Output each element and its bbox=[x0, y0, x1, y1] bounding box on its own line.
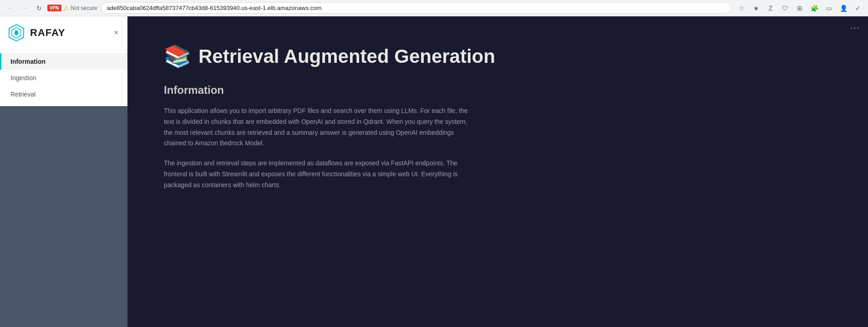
address-bar[interactable]: ade850caba0624dffa58737477cb43d8-6153939… bbox=[101, 2, 731, 14]
sidebar-item-retrieval[interactable]: Retrieval bbox=[0, 86, 127, 102]
logo-text: RAFAY bbox=[30, 27, 66, 39]
vpn-badge: VPN bbox=[47, 5, 61, 11]
extension-grid-icon[interactable]: ⊞ bbox=[793, 2, 806, 15]
section-title: Information bbox=[164, 84, 832, 97]
sidebar-item-information[interactable]: Information bbox=[0, 53, 127, 70]
sidebar-bottom-panel bbox=[0, 106, 127, 327]
browser-actions: ☆ ★ Z 🛡 ⊞ 🧩 ▭ 👤 ✓ bbox=[735, 2, 864, 15]
sidebar-nav: Information Ingestion Retrieval bbox=[0, 50, 127, 106]
forward-button[interactable]: → bbox=[18, 2, 31, 15]
sidebar-header: RAFAY × bbox=[0, 16, 127, 50]
profile-icon[interactable]: 👤 bbox=[837, 2, 850, 15]
extension-shield-icon[interactable]: 🛡 bbox=[779, 2, 792, 15]
browser-chrome: ← → ↻ VPN ⚠ Not secure ade850caba0624dff… bbox=[0, 0, 868, 16]
close-sidebar-button[interactable]: × bbox=[112, 27, 120, 39]
extension-z-icon[interactable]: Z bbox=[764, 2, 777, 15]
stack-books-icon: 📚 bbox=[164, 44, 191, 69]
url-text: ade850caba0624dffa58737477cb43d8-6153939… bbox=[107, 5, 322, 11]
extension-puzzle-icon[interactable]: 🧩 bbox=[808, 2, 821, 15]
reload-button[interactable]: ↻ bbox=[33, 2, 46, 15]
security-check-icon[interactable]: ✓ bbox=[852, 2, 864, 15]
nav-buttons: ← → ↻ VPN ⚠ Not secure bbox=[4, 2, 97, 15]
back-button[interactable]: ← bbox=[4, 2, 16, 15]
svg-marker-2 bbox=[15, 30, 18, 36]
security-warning-text: Not secure bbox=[71, 5, 97, 11]
security-warning: ⚠ Not secure bbox=[63, 5, 97, 12]
bookmark-icon[interactable]: ☆ bbox=[735, 2, 748, 15]
warning-icon: ⚠ bbox=[63, 5, 69, 12]
sidebar-item-ingestion[interactable]: Ingestion bbox=[0, 70, 127, 86]
page-title-container: 📚 Retrieval Augmented Generation bbox=[164, 44, 832, 69]
sidebar: RAFAY × Information Ingestion Retrieval bbox=[0, 16, 127, 327]
info-paragraph-2: The ingestion and retrieval steps are im… bbox=[164, 158, 473, 190]
app-container: RAFAY × Information Ingestion Retrieval … bbox=[0, 16, 868, 327]
star-icon[interactable]: ★ bbox=[750, 2, 762, 15]
sidebar-toggle-icon[interactable]: ▭ bbox=[822, 2, 835, 15]
three-dots-menu-button[interactable]: ⋮ bbox=[850, 24, 861, 31]
rafay-logo-icon bbox=[7, 24, 25, 42]
info-paragraph-1: This application allows you to import ar… bbox=[164, 106, 473, 149]
page-title: Retrieval Augmented Generation bbox=[198, 46, 495, 67]
main-content: ⋮ 📚 Retrieval Augmented Generation Infor… bbox=[127, 16, 868, 327]
logo-container: RAFAY bbox=[7, 24, 66, 42]
